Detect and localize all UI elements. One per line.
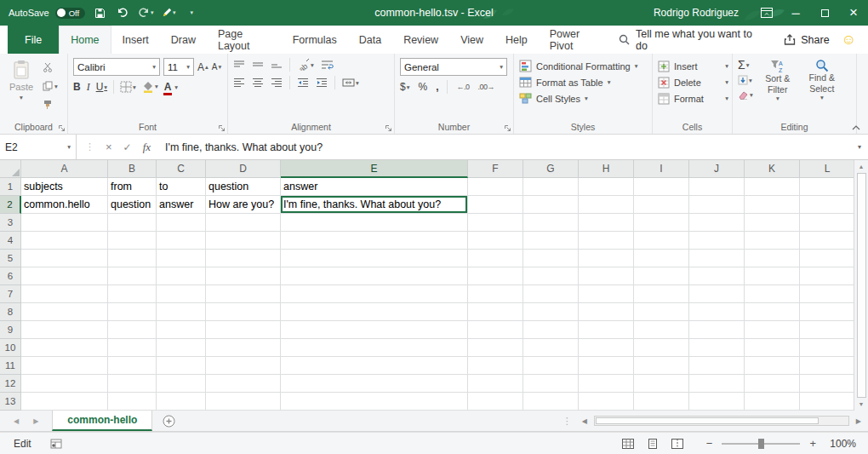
cell-K4[interactable] (745, 232, 800, 250)
cell-I1[interactable] (634, 178, 689, 196)
cell-A8[interactable] (21, 303, 108, 321)
cell-K11[interactable] (745, 357, 800, 375)
cell-I12[interactable] (634, 375, 689, 393)
cell-F13[interactable] (468, 393, 523, 411)
cell-L4[interactable] (800, 232, 854, 250)
cell-K13[interactable] (745, 393, 800, 411)
underline-button[interactable]: U▾ (96, 81, 107, 93)
cell-A4[interactable] (21, 232, 108, 250)
cell-F4[interactable] (468, 232, 523, 250)
cell-H11[interactable] (579, 357, 634, 375)
row-header-5[interactable]: 5 (0, 250, 21, 267)
cell-G6[interactable] (523, 267, 579, 285)
cell-J11[interactable] (689, 357, 745, 375)
cell-I10[interactable] (634, 339, 689, 357)
cell-E12[interactable] (281, 375, 468, 393)
tab-data[interactable]: Data (348, 26, 392, 54)
paste-button[interactable]: Paste ▾ (5, 58, 37, 112)
cell-styles-button[interactable]: Cell Styles ▾ (519, 90, 648, 106)
autosum-button[interactable]: Σ▾ (738, 59, 753, 71)
customize-qat-button[interactable]: ▾ (183, 3, 200, 22)
cell-E11[interactable] (281, 357, 468, 375)
cell-C6[interactable] (157, 267, 206, 285)
cell-C8[interactable] (157, 303, 206, 321)
pen-button[interactable]: ▾ (160, 3, 177, 22)
alignment-dialog-launcher[interactable] (385, 124, 392, 132)
format-cells-button[interactable]: Format ▾ (658, 90, 728, 106)
cell-A3[interactable] (21, 214, 108, 232)
cell-J4[interactable] (689, 232, 745, 250)
cell-L12[interactable] (800, 375, 854, 393)
cell-K10[interactable] (745, 339, 800, 357)
cell-C11[interactable] (157, 357, 206, 375)
cancel-button[interactable]: × (106, 141, 112, 153)
row-header-6[interactable]: 6 (0, 267, 21, 285)
cell-C1[interactable]: to (157, 178, 206, 196)
cell-H13[interactable] (579, 393, 634, 411)
column-header-L[interactable]: L (800, 160, 854, 178)
cell-B3[interactable] (108, 214, 157, 232)
horizontal-scrollbar[interactable] (594, 416, 849, 426)
cell-I2[interactable] (634, 196, 689, 214)
insert-cells-button[interactable]: Insert ▾ (658, 58, 728, 74)
cell-E1[interactable]: answer (281, 178, 468, 196)
vertical-scrollbar[interactable]: ▲ ▼ (854, 160, 868, 411)
font-size-combo[interactable]: 11▾ (163, 58, 194, 76)
feedback-smiley-icon[interactable]: ☺ (842, 26, 868, 54)
cell-E4[interactable] (281, 232, 468, 250)
autosave-toggle[interactable]: Off (55, 8, 86, 19)
cell-B13[interactable] (108, 393, 157, 411)
font-dialog-launcher[interactable] (218, 124, 226, 132)
cell-I4[interactable] (634, 232, 689, 250)
cell-B8[interactable] (108, 303, 157, 321)
format-painter-button[interactable] (43, 98, 58, 112)
column-header-I[interactable]: I (634, 160, 689, 178)
tab-help[interactable]: Help (494, 26, 539, 54)
insert-function-button[interactable]: fx (143, 141, 151, 154)
cell-G9[interactable] (523, 321, 579, 339)
cell-B7[interactable] (108, 285, 157, 303)
cell-C5[interactable] (157, 250, 206, 267)
column-header-B[interactable]: B (108, 160, 157, 178)
cell-A13[interactable] (21, 393, 108, 411)
cell-K8[interactable] (745, 303, 800, 321)
cell-F5[interactable] (468, 250, 523, 267)
cell-L2[interactable] (800, 196, 854, 214)
splitter-handle-icon[interactable]: ⋮ (562, 416, 572, 427)
cell-K5[interactable] (745, 250, 800, 267)
column-header-E[interactable]: E (281, 160, 468, 178)
align-middle-button[interactable] (252, 60, 264, 70)
cell-F6[interactable] (468, 267, 523, 285)
collapse-ribbon-button[interactable] (852, 125, 860, 130)
cell-J9[interactable] (689, 321, 745, 339)
format-as-table-button[interactable]: Format as Table ▾ (519, 74, 648, 90)
prev-sheet-button[interactable]: ◀ (14, 417, 19, 425)
cell-H12[interactable] (579, 375, 634, 393)
cell-D10[interactable] (206, 339, 281, 357)
drag-handle-icon[interactable]: ⋮ (85, 141, 94, 152)
cell-C3[interactable] (157, 214, 206, 232)
cell-F1[interactable] (468, 178, 523, 196)
cell-G3[interactable] (523, 214, 579, 232)
italic-button[interactable]: I (87, 81, 90, 94)
cell-I13[interactable] (634, 393, 689, 411)
orientation-button[interactable]: ab▾ (297, 59, 314, 71)
cell-E8[interactable] (281, 303, 468, 321)
wrap-text-button[interactable] (321, 60, 334, 70)
sort-filter-button[interactable]: AZ Sort & Filter ▾ (758, 58, 797, 102)
cell-C4[interactable] (157, 232, 206, 250)
borders-button[interactable]: ▾ (120, 81, 136, 93)
expand-formula-bar-button[interactable]: ▾ (851, 135, 868, 159)
cell-E10[interactable] (281, 339, 468, 357)
clipboard-dialog-launcher[interactable] (58, 124, 66, 132)
align-left-button[interactable] (233, 78, 245, 88)
cell-H9[interactable] (579, 321, 634, 339)
cell-F11[interactable] (468, 357, 523, 375)
cell-C9[interactable] (157, 321, 206, 339)
cell-J3[interactable] (689, 214, 745, 232)
row-header-1[interactable]: 1 (0, 178, 21, 196)
conditional-formatting-button[interactable]: Conditional Formatting ▾ (519, 58, 648, 74)
scroll-left-icon[interactable]: ◀ (580, 417, 590, 425)
clear-button[interactable]: ▾ (738, 89, 753, 100)
tab-file[interactable]: File (8, 26, 59, 54)
